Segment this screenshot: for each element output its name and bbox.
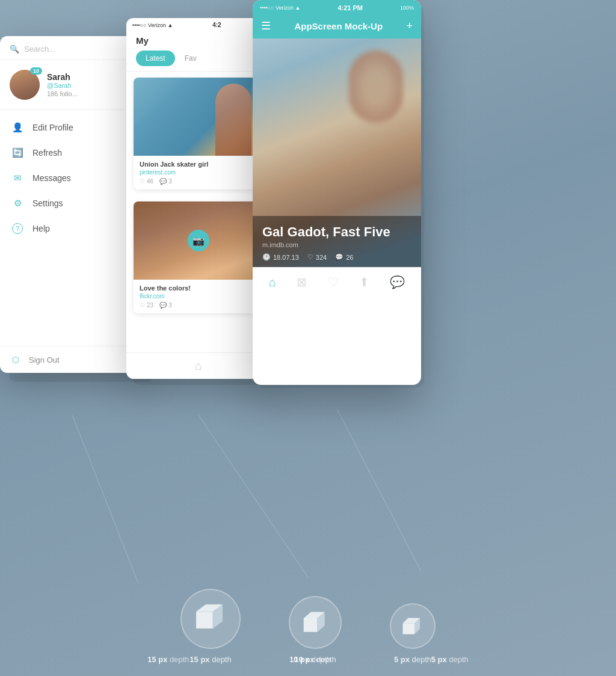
bottom-label-10: 10 px depth — [289, 655, 331, 664]
avatar-wrapper: 10 — [10, 70, 40, 100]
profile-name: Sarah — [47, 72, 135, 82]
depth-indicators: 15 px depth 10 px depth 5 px depth — [97, 589, 519, 664]
add-icon[interactable]: + — [406, 20, 413, 32]
svg-line-13 — [337, 409, 421, 571]
card-title-1: Union Jack skater girl — [140, 161, 257, 168]
bottom-label-15: 15 px depth — [147, 655, 189, 664]
menu-label-settings: Settings — [32, 198, 63, 208]
hero-title: Gal Gadot, Fast Five — [262, 224, 411, 240]
menu-item-settings[interactable]: ⚙ Settings — [0, 191, 144, 216]
menu-label-messages: Messages — [32, 173, 71, 183]
svg-marker-8 — [403, 624, 415, 635]
depth-3d-icon-5 — [398, 612, 427, 641]
carrier-detail: ••••○○ Verizon ▲ — [260, 5, 300, 11]
card-meta-1: ♡ 46 💬 3 — [140, 178, 257, 185]
profile-handle: @Sarah — [47, 82, 135, 89]
hero-comments: 💬 26 — [335, 253, 353, 261]
nav-tag-icon[interactable]: ⊠ — [297, 275, 307, 289]
bottom-nav-detail: ⌂ ⊠ ♡ ⬆ 💬 — [253, 267, 421, 297]
menu-label-help: Help — [32, 224, 50, 233]
card-image-2: 📷 — [134, 201, 263, 280]
menu-item-messages[interactable]: ✉ Messages — [0, 165, 144, 191]
menu-list: 👤 Edit Profile 🔄 Refresh ✉ Messages ⚙ Se… — [0, 110, 144, 346]
menu-label-refresh: Refresh — [32, 148, 62, 158]
hero-image: Gal Gadot, Fast Five m.imdb.com 🕐 18.07.… — [253, 38, 421, 267]
phone-detail: ••••○○ Verizon ▲ 4:21 PM 100% ☰ AppScree… — [253, 0, 421, 385]
signout-button[interactable]: ⬡ Sign Out — [0, 346, 144, 373]
feed-card-1[interactable]: Union Jack skater girl pinterest.com ♡ 4… — [134, 78, 263, 189]
nav-home-icon[interactable]: ⌂ — [269, 275, 276, 289]
card-body-2: Love the colors! flickr.com ♡ 23 💬 3 — [134, 280, 263, 313]
signout-label: Sign Out — [29, 355, 60, 364]
depth-item-10: 10 px depth — [289, 596, 342, 664]
camera-icon: 📷 — [188, 230, 209, 251]
settings-icon: ⚙ — [12, 198, 23, 209]
card-source-2: flickr.com — [140, 293, 257, 300]
menu-label-edit-profile: Edit Profile — [32, 123, 73, 132]
menu-item-edit-profile[interactable]: 👤 Edit Profile — [0, 115, 144, 140]
svg-line-11 — [72, 415, 138, 583]
hero-likes: ♡ 324 — [307, 253, 327, 261]
card-meta-2: ♡ 23 💬 3 — [140, 302, 257, 309]
bottom-label-5: 5 px depth — [431, 655, 469, 664]
carrier-text: ••••○○ Verizon ▲ — [132, 22, 173, 28]
refresh-icon: 🔄 — [12, 147, 23, 158]
svg-marker-0 — [196, 612, 213, 628]
phone-sidebar: 🔍 Search... 10 Sarah @Sarah 186 follo...… — [0, 36, 144, 373]
menu-item-refresh[interactable]: 🔄 Refresh — [0, 140, 144, 165]
hero-source: m.imdb.com — [262, 241, 411, 248]
hero-date: 🕐 18.07.13 — [262, 253, 299, 261]
depth-bottom-labels: 15 px depth 10 px depth 5 px depth — [97, 655, 519, 670]
depth-3d-icon-10 — [298, 606, 332, 639]
tab-latest[interactable]: Latest — [136, 51, 175, 66]
phone-feed: ••••○○ Verizon ▲ 4:2 ▓ My Latest Fav Uni… — [126, 18, 271, 379]
hero-overlay: Gal Gadot, Fast Five m.imdb.com 🕐 18.07.… — [253, 216, 421, 267]
help-icon: ? — [12, 223, 23, 234]
signout-icon: ⬡ — [12, 355, 19, 364]
depth-circle-5 — [390, 603, 436, 649]
menu-item-help[interactable]: ? Help — [0, 216, 144, 241]
status-bar-detail: ••••○○ Verizon ▲ 4:21 PM 100% — [253, 0, 421, 14]
bottom-bar-feed: ⌂ — [126, 352, 271, 379]
search-placeholder: Search... — [24, 45, 55, 54]
search-bar[interactable]: 🔍 Search... — [0, 36, 144, 60]
profile-followers: 186 follo... — [47, 90, 135, 97]
search-icon: 🔍 — [10, 45, 19, 54]
menu-hamburger-icon[interactable]: ☰ — [261, 19, 271, 32]
svg-line-12 — [199, 415, 308, 577]
card-body-1: Union Jack skater girl pinterest.com ♡ 4… — [134, 156, 263, 189]
app-title: AppScreen Mock-Up — [294, 21, 383, 31]
depth-3d-icon-15 — [191, 600, 230, 638]
notification-badge: 10 — [30, 67, 42, 75]
card-image-1 — [134, 78, 263, 156]
home-icon-feed[interactable]: ⌂ — [195, 359, 202, 373]
time-text: 4:2 — [212, 22, 221, 28]
edit-profile-icon: 👤 — [12, 122, 23, 133]
tabs-bar: Latest Fav — [126, 46, 271, 72]
nav-heart-icon[interactable]: ♡ — [328, 275, 339, 289]
comments-count-2: 💬 3 — [159, 302, 172, 309]
feed-card-2[interactable]: 📷 Love the colors! flickr.com ♡ 23 💬 3 — [134, 201, 263, 313]
card-source-1: pinterest.com — [140, 169, 257, 176]
depth-circle-15 — [180, 589, 241, 649]
likes-count-2: ♡ 23 — [140, 302, 153, 309]
hero-meta: 🕐 18.07.13 ♡ 324 💬 26 — [262, 253, 411, 261]
feed-header: My — [126, 31, 271, 46]
likes-count-1: ♡ 46 — [140, 178, 153, 185]
profile-section: 10 Sarah @Sarah 186 follo... — [0, 60, 144, 110]
messages-icon: ✉ — [12, 173, 23, 183]
depth-item-15: 15 px depth — [180, 589, 241, 664]
nav-share-icon[interactable]: ⬆ — [359, 275, 369, 289]
depth-circle-10 — [289, 596, 342, 649]
detail-header: ☰ AppScreen Mock-Up + — [253, 14, 421, 38]
battery-detail: 100% — [400, 5, 414, 11]
profile-info: Sarah @Sarah 186 follo... — [47, 72, 135, 97]
comments-count-1: 💬 3 — [159, 178, 172, 185]
nav-comment-icon[interactable]: 💬 — [390, 275, 405, 289]
card-title-2: Love the colors! — [140, 284, 257, 292]
tab-favorites[interactable]: Fav — [175, 51, 206, 66]
status-bar-feed: ••••○○ Verizon ▲ 4:2 ▓ — [126, 18, 271, 31]
time-detail: 4:21 PM — [337, 4, 363, 11]
svg-marker-5 — [304, 618, 318, 632]
